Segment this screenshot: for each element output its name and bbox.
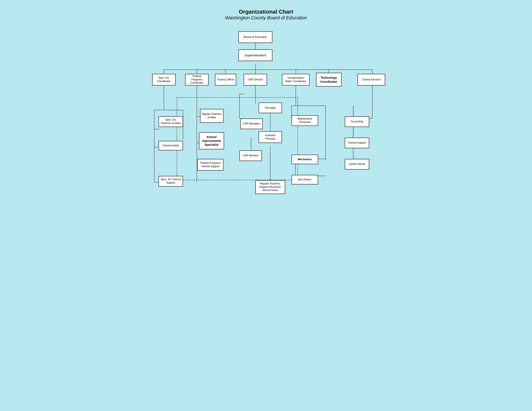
federal-prog-clerical-box: Federal Programs Clerical Support [198,159,223,171]
spec-ed-clerical-box: Spec. Ed. Clerical Support [159,176,183,187]
regular-teachers-box: Regular Teachers, Support Personnel, Sch… [255,180,285,194]
superintendent-box: Superintendent [238,49,272,61]
truancy-officer-box: Truancy Officer [215,74,236,85]
federal-prog-coord-box: Federal Programs Coordinator [185,74,209,85]
maintenance-box: Maintenance Personnel [292,115,318,126]
clerical-support-box: Clerical Support [345,138,369,148]
accounting-box: Accounting [345,116,369,127]
migrant-teachers-box: Migrant Teachers & Aides [200,109,223,123]
chart-title: Organizational Chart [225,9,307,15]
system-nurse-box: System Nurse [345,159,369,169]
spec-ed-coord-box: Spec. Ed. Coordinator [152,74,176,85]
spec-ed-teachers-box: Spec. Ed. Teachers & Aides [159,116,183,127]
board-box: Board of Education [238,31,272,43]
chart-subtitle: Washington County Board of Education [225,15,307,21]
assistant-principal-box: Assistant Principal [258,131,282,143]
cnp-managers-box: CNP Managers [240,119,263,129]
org-chart: Board of Education Superintendent Spec. … [142,27,390,218]
technology-coord-box: Technology Coordinator [316,73,342,87]
cnp-director-box: CNP Director [244,74,267,85]
transportation-coord-box: Transportation/ Maint. Coordinator [282,74,310,85]
cnp-workers-box: CNP Workers [239,150,262,161]
principal-box: Principal [258,103,282,113]
central-services-box: Central Services [358,74,385,85]
page-title-block: Organizational Chart Washington County B… [225,9,307,21]
bus-drivers-box: Bus Drivers [292,175,318,185]
psychometrist-box: Psychometrist [159,141,183,150]
school-improvement-box: School Improvement Specialist [199,132,224,149]
mechanics-box: Mechanics [292,155,318,164]
